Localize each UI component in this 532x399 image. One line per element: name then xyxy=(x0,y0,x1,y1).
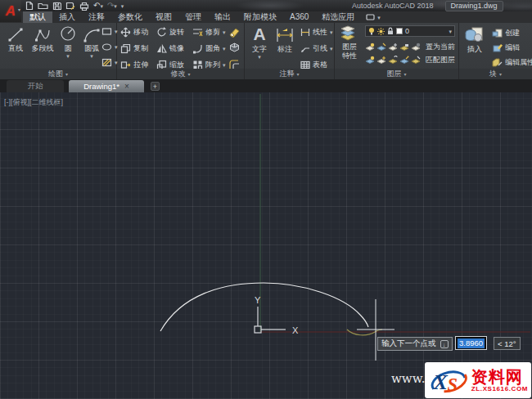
polyline-icon xyxy=(34,25,52,43)
match-layer-button[interactable]: 匹配图层 xyxy=(426,55,455,65)
crosshair-cursor xyxy=(357,299,394,361)
ribbon-display-toggle[interactable]: ▾ xyxy=(361,11,385,23)
layer-unlock-icon[interactable] xyxy=(388,56,398,65)
drawn-arc[interactable] xyxy=(160,283,368,331)
mirror-button[interactable]: 镜像 xyxy=(156,43,184,54)
panel-label-modify[interactable]: 修改▾ xyxy=(117,69,244,79)
layer-isolate-icon[interactable] xyxy=(365,43,375,52)
layer-on-icon[interactable] xyxy=(365,56,375,65)
line-icon xyxy=(7,25,25,43)
create-block-button[interactable]: 创建 xyxy=(492,28,520,38)
rotate-icon xyxy=(156,27,167,38)
layer-off-icon[interactable] xyxy=(411,43,421,52)
ribbon-tab-insert[interactable]: 插入 xyxy=(52,11,82,23)
explode-icon xyxy=(228,43,241,54)
panel-draw: 直线 多段线 圆 ▾ 圆弧 ▾ ▾ ▾ xyxy=(0,23,117,79)
chevron-down-icon: ▾ xyxy=(187,72,190,77)
ribbon-tab-bar: 默认 插入 注释 参数化 视图 管理 输出 附加模块 A360 精选应用 ▾ xyxy=(0,11,532,23)
ucs-icon: X Y xyxy=(255,295,299,335)
quick-access-toolbar: ↶▾ ↷▾ ▾ xyxy=(25,1,124,11)
ribbon-tab-addins[interactable]: 附加模块 xyxy=(237,11,283,23)
text-button[interactable]: A 文字 ▾ xyxy=(248,25,271,60)
layer-walk-icon[interactable] xyxy=(399,56,409,65)
dimension-button[interactable]: 标注 xyxy=(273,26,297,53)
customize-qat-button[interactable]: ▾ xyxy=(121,3,124,9)
ribbon-tab-parametric[interactable]: 参数化 xyxy=(111,11,149,23)
leader-icon xyxy=(300,44,310,53)
rectangle-button[interactable]: ▾ xyxy=(101,27,118,36)
create-block-icon xyxy=(492,29,503,38)
hatch-icon xyxy=(101,58,112,67)
file-tab-bar: 开始 Drawing1* × + xyxy=(0,79,532,92)
layer-lock-icon[interactable] xyxy=(399,43,409,52)
layer-thaw-icon[interactable] xyxy=(376,56,386,65)
trim-button[interactable]: 修剪 ▾ xyxy=(192,27,226,38)
ribbon-tab-featured-apps[interactable]: 精选应用 xyxy=(315,11,361,23)
drawing-canvas[interactable]: [-][俯视][二维线框] X Y 输入 xyxy=(0,92,532,399)
ribbon-tab-view[interactable]: 视图 xyxy=(149,11,178,23)
erase-icon xyxy=(228,26,241,38)
save-button[interactable] xyxy=(52,2,61,11)
autocad-a-icon: A xyxy=(6,4,16,18)
layer-unisolate-icon[interactable] xyxy=(376,43,386,52)
arc-button[interactable]: 圆弧 ▾ xyxy=(80,25,103,59)
application-menu-button[interactable]: A ▾ xyxy=(0,0,21,22)
close-tab-icon[interactable]: × xyxy=(124,83,129,91)
ribbon-tab-annotate[interactable]: 注释 xyxy=(82,11,111,23)
fillet-button[interactable]: 圆角 ▾ xyxy=(192,43,226,54)
layer-tools-row-1: 置为当前 xyxy=(365,42,455,52)
set-current-button[interactable]: 置为当前 xyxy=(426,42,455,52)
plot-button[interactable] xyxy=(79,2,89,11)
new-file-button[interactable] xyxy=(25,1,34,11)
linear-icon xyxy=(300,28,310,37)
layer-freeze-icon[interactable] xyxy=(388,43,398,52)
leader-button[interactable]: 引线 ▾ xyxy=(300,43,333,54)
erase-button[interactable] xyxy=(228,26,241,38)
chevron-down-icon: ▾ xyxy=(330,46,333,52)
explode-button[interactable] xyxy=(228,43,241,54)
linear-dimension-button[interactable]: 线性 ▾ xyxy=(300,27,333,38)
insert-block-button[interactable]: 插入 xyxy=(462,26,488,53)
undo-button[interactable]: ↶▾ xyxy=(93,2,103,10)
watermark-www-text: www. xyxy=(391,371,426,386)
current-layer-name: 0 xyxy=(405,27,446,35)
copy-button[interactable]: 复制 xyxy=(120,43,148,54)
panel-box-icon xyxy=(366,14,375,20)
edit-attributes-button[interactable]: 编辑属性 ▾ xyxy=(492,57,532,68)
file-tab-start[interactable]: 开始 xyxy=(7,80,64,92)
save-as-button[interactable] xyxy=(65,2,75,11)
ribbon-tab-home[interactable]: 默认 xyxy=(23,11,52,23)
layer-dropdown[interactable]: 0 ▾ xyxy=(365,25,455,37)
file-tab-drawing1[interactable]: Drawing1* × xyxy=(69,80,144,92)
text-icon: A xyxy=(250,25,269,44)
panel-label-draw[interactable]: 绘图▾ xyxy=(0,69,116,79)
move-button[interactable]: 移动 xyxy=(120,27,148,38)
ribbon-tab-manage[interactable]: 管理 xyxy=(178,11,208,23)
ribbon-tab-a360[interactable]: A360 xyxy=(283,11,315,23)
new-drawing-tab-button[interactable]: + xyxy=(151,82,160,91)
ribbon-tab-output[interactable]: 输出 xyxy=(208,11,237,23)
ellipse-button[interactable]: ▾ xyxy=(101,43,118,52)
dynamic-input-prompt: 输入下一个点或 ↓ xyxy=(377,337,453,351)
panel-label-annotation[interactable]: 注释▾ xyxy=(245,69,334,79)
dynamic-input-angle-field: < 12° xyxy=(494,337,521,350)
hatch-button[interactable]: ▾ xyxy=(101,58,118,67)
chevron-down-icon: ▾ xyxy=(404,72,406,77)
layer-properties-button[interactable]: 图层 特性 xyxy=(336,25,363,60)
chevron-down-icon: ▾ xyxy=(223,62,226,68)
polyline-button[interactable]: 多段线 xyxy=(29,25,56,52)
panel-annotation: A 文字 ▾ 标注 线性 ▾ 引线 ▾ 表格 注释▾ xyxy=(245,23,335,79)
fillet-icon xyxy=(192,43,203,54)
rotate-button[interactable]: 旋转 xyxy=(156,27,184,38)
edit-block-button[interactable]: 编辑 xyxy=(492,43,520,53)
circle-button[interactable]: 圆 ▾ xyxy=(57,25,79,59)
layer-merge-icon[interactable] xyxy=(411,56,421,65)
line-button[interactable]: 直线 xyxy=(3,25,28,52)
dynamic-input-distance-field[interactable]: 3.8960 xyxy=(455,336,487,350)
xs-swoosh-icon: X S xyxy=(426,364,470,397)
panel-label-layers[interactable]: 图层▾ xyxy=(335,69,458,79)
redo-button[interactable]: ↷▾ xyxy=(107,2,117,10)
open-file-button[interactable] xyxy=(38,2,48,10)
edit-attributes-icon xyxy=(492,58,503,67)
panel-label-block[interactable]: 块▾ xyxy=(459,69,532,79)
